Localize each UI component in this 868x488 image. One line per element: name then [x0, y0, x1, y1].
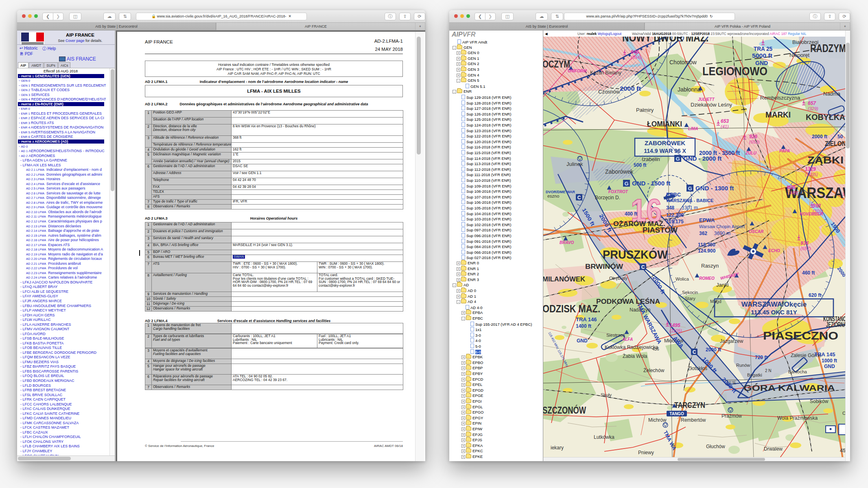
svg-text:Julinek: Julinek: [566, 161, 583, 167]
svg-text:Sobików: Sobików: [810, 399, 829, 404]
svg-text:ODZISK MAZ.: ODZISK MAZ.: [543, 303, 600, 315]
svg-text:Dziekanów Leśny: Dziekanów Leśny: [691, 102, 732, 108]
svg-text:Jabłonna: Jabłonna: [678, 86, 701, 93]
svg-text:GND: GND: [577, 338, 588, 344]
svg-text:657: 657: [808, 100, 816, 106]
svg-text:Żelechów: Żelechów: [643, 368, 665, 373]
svg-text:Skuły: Skuły: [601, 392, 612, 397]
svg-text:400 ft: 400 ft: [625, 211, 637, 217]
svg-text:GND - 1300 ft: GND - 1300 ft: [695, 185, 734, 192]
svg-text:2000 ft: 2000 ft: [620, 85, 641, 92]
svg-text:(329): (329): [808, 106, 818, 111]
svg-text:C: C: [641, 264, 645, 270]
svg-text:Borzęcin D.: Borzęcin D.: [595, 195, 620, 200]
svg-text:GND: GND: [824, 364, 835, 369]
svg-text:459: 459: [840, 447, 846, 453]
svg-text:Kuklówka Radziejowicka: Kuklówka Radziejowicka: [605, 344, 658, 350]
svg-text:TANGO: TANGO: [669, 412, 684, 416]
svg-text:124.900: 124.900: [698, 248, 716, 254]
svg-text:ECHO: ECHO: [768, 248, 780, 253]
svg-text:436: 436: [652, 347, 659, 351]
svg-text:593: 593: [813, 203, 821, 209]
svg-text:ZIELON: ZIELON: [825, 140, 846, 148]
svg-text:ZĄBKI: ZĄBKI: [807, 155, 844, 166]
svg-text:500 ft: 500 ft: [634, 162, 646, 168]
svg-text:ŁOMIANKI: ŁOMIANKI: [647, 120, 682, 128]
svg-text:KOBYŁKA: KOBYŁKA: [806, 113, 845, 122]
svg-text:Janki: Janki: [716, 282, 728, 288]
svg-text:iekary: iekary: [551, 445, 564, 451]
svg-text:620 ft: 620 ft: [809, 292, 821, 298]
svg-text:1000 ft: 1000 ft: [822, 358, 837, 364]
svg-text:UNIFORM: UNIFORM: [568, 69, 587, 73]
svg-text:Białobrzegi: Białobrzegi: [792, 39, 818, 45]
svg-text:119.175: 119.175: [666, 219, 684, 224]
svg-text:Złotokłos: Złotokłos: [688, 366, 707, 371]
svg-text:OŻARÓW MAZ.: OŻARÓW MAZ.: [613, 220, 665, 228]
svg-text:Palmiry: Palmiry: [636, 107, 654, 113]
svg-text:Baniocha: Baniocha: [788, 369, 807, 374]
svg-text:MILANÓWEK: MILANÓWEK: [543, 275, 586, 283]
svg-text:926: 926: [749, 134, 757, 139]
svg-text:PRUSZKÓW: PRUSZKÓW: [603, 248, 668, 261]
svg-text:ZULU: ZULU: [745, 151, 756, 155]
svg-text:(1035): (1035): [805, 172, 818, 177]
svg-text:NOWY DWÓR MAZ.: NOWY DWÓR MAZ.: [622, 37, 708, 44]
svg-text:934: 934: [800, 240, 809, 246]
svg-text:TRA 146: TRA 146: [576, 316, 597, 322]
svg-text:3690 m: 3690 m: [714, 231, 730, 236]
svg-text:SZCZONÓW: SZCZONÓW: [543, 405, 586, 416]
svg-text:GÓRA KALWARIA: GÓRA KALWARIA: [743, 383, 835, 392]
svg-text:Lutkówka: Lutkówka: [594, 434, 614, 440]
svg-text:Pniewy: Pniewy: [638, 450, 654, 455]
svg-text:5000 ft: 5000 ft: [752, 52, 772, 59]
svg-text:Michrów: Michrów: [648, 417, 667, 423]
svg-text:(394): (394): [631, 55, 641, 60]
svg-text:(657): (657): [800, 246, 811, 251]
svg-text:Czosnów: Czosnów: [598, 89, 620, 95]
svg-text:(653): (653): [749, 139, 760, 144]
svg-text:2000 ft: 2000 ft: [706, 347, 721, 353]
svg-text:1495: 1495: [669, 322, 680, 328]
svg-text:G: G: [676, 156, 680, 162]
svg-text:348: 348: [666, 205, 674, 211]
svg-text:EPBC: EPBC: [666, 192, 681, 198]
svg-text:TRA 25: TRA 25: [754, 45, 772, 52]
svg-text:114.9 WAR 96 X: 114.9 WAR 96 X: [644, 148, 686, 154]
svg-text:BRWINÓW: BRWINÓW: [585, 263, 623, 270]
svg-text:ZABORÓWEK: ZABORÓWEK: [645, 139, 685, 146]
svg-text:ALFA: ALFA: [622, 337, 633, 342]
svg-text:G: G: [688, 185, 692, 192]
svg-text:1329: 1329: [805, 166, 816, 172]
svg-text:Kazuń Bielany: Kazuń Bielany: [590, 70, 621, 76]
svg-text:Jazgarzew: Jazgarzew: [720, 338, 743, 344]
svg-text:Wola Prażmowska: Wola Prażmowska: [777, 415, 818, 421]
svg-text:Otrębusy: Otrębusy: [609, 276, 627, 281]
svg-text:118.300: 118.300: [698, 242, 715, 248]
svg-text:MARKI: MARKI: [765, 110, 791, 119]
svg-text:BRAVO: BRAVO: [560, 240, 574, 245]
svg-text:ROMEO: ROMEO: [699, 276, 715, 281]
svg-text:362: 362: [699, 231, 707, 236]
svg-text:C: C: [693, 349, 696, 355]
svg-text:(1105): (1105): [669, 328, 682, 333]
svg-text:GND: GND: [755, 60, 768, 66]
svg-text:Bogatki: Bogatki: [747, 373, 762, 377]
svg-text:1301 m: 1301 m: [682, 205, 698, 211]
svg-text:PODKOWA LEŚNA: PODKOWA LEŚNA: [596, 298, 660, 305]
svg-text:Rembertów: Rembertów: [681, 417, 706, 423]
svg-text:G: G: [624, 181, 628, 187]
svg-text:Głuchów: Głuchów: [706, 444, 725, 449]
svg-text:122.300: 122.300: [666, 212, 684, 218]
svg-text:Nieporęt: Nieporęt: [789, 52, 810, 58]
svg-text:FOXTROT: FOXTROT: [608, 190, 628, 194]
svg-text:2 N: 2 N: [765, 368, 772, 373]
svg-text:Zaborówek: Zaborówek: [605, 168, 634, 175]
svg-text:(41): (41): [721, 124, 729, 129]
svg-text:PAPA: PAPA: [779, 149, 790, 153]
svg-text:Raszyn: Raszyn: [701, 263, 719, 269]
svg-text:TARCZYN: TARCZYN: [674, 401, 705, 410]
svg-text:(348): (348): [787, 190, 798, 195]
svg-text:C: C: [577, 195, 581, 200]
svg-text:OSCAR: OSCAR: [749, 229, 764, 234]
